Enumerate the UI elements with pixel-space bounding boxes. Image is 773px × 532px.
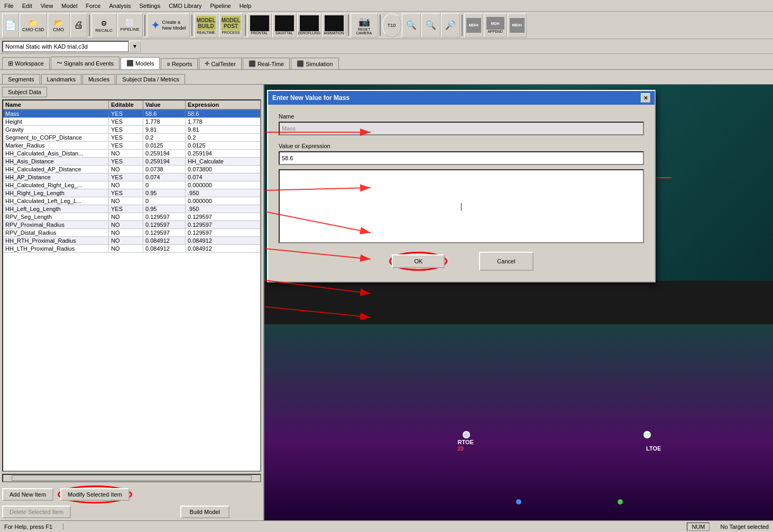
table-cell-editable: YES xyxy=(109,173,143,181)
table-row[interactable]: HH_Right_Leg_Length YES 0.95 .950 xyxy=(3,189,260,197)
help-text: For Help, press F1 xyxy=(4,524,63,530)
add-new-item-button[interactable]: Add New Item xyxy=(2,488,53,501)
table-cell-editable: NO xyxy=(109,166,143,173)
menu-edit[interactable]: Edit xyxy=(18,2,36,10)
print-button[interactable]: 🖨 xyxy=(70,13,87,38)
subtab-subject-data[interactable]: Subject Data / Metrics xyxy=(116,74,185,84)
animation-button[interactable]: ANIMATION xyxy=(322,13,346,38)
menu-cmo-library[interactable]: CMO Library xyxy=(164,2,206,10)
statusbar: For Help, press F1 NUM No Target selecte… xyxy=(0,520,773,532)
table-cell-expression: .950 xyxy=(186,189,260,197)
create-new-model-button[interactable]: ✦ Create aNew Model xyxy=(147,13,190,38)
table-header: Name Editable Value Expression xyxy=(3,100,260,110)
zeroflung-button[interactable]: ZEROFLUNG xyxy=(297,13,321,38)
menu-settings[interactable]: Settings xyxy=(135,2,164,10)
table-cell-expression: 0.073800 xyxy=(186,166,260,173)
table-row[interactable]: Mass YES 58.6 58.6 xyxy=(3,110,260,118)
menu-view[interactable]: View xyxy=(36,2,58,10)
t10-button[interactable]: T10 xyxy=(382,13,401,38)
menu-force[interactable]: Force xyxy=(81,2,105,10)
dialog-close-button[interactable]: ✕ xyxy=(641,93,650,103)
zoom-in-button[interactable]: 🔍 xyxy=(402,13,421,38)
tab-reports[interactable]: ≡ Reports xyxy=(161,58,198,69)
new-file-button[interactable]: 📄 xyxy=(2,13,19,38)
subtab-segments[interactable]: Segments xyxy=(2,74,40,84)
signals-icon: 〜 xyxy=(57,59,62,67)
mdh-append-button[interactable]: MDH APPEND xyxy=(484,13,507,38)
table-row[interactable]: HH_Calculated_AP_Distance NO 0.0738 0.07… xyxy=(3,166,260,173)
mdh2-button[interactable]: MDH xyxy=(508,13,527,38)
table-row[interactable]: Height YES 1.778 1.778 xyxy=(3,118,260,126)
filepath-input[interactable] xyxy=(2,41,129,52)
table-cell-name: HH_AP_Distance xyxy=(3,173,109,181)
menu-pipeline[interactable]: Pipeline xyxy=(206,2,235,10)
table-cell-name: RPV_Proximal_Radius xyxy=(3,221,109,228)
zoom-fit-button[interactable]: 🔎 xyxy=(441,13,460,38)
dialog-value-input[interactable] xyxy=(279,151,644,165)
cmo-c3d-button[interactable]: 📁CMO C3D xyxy=(20,13,47,38)
table-cell-value: 0.2 xyxy=(143,134,186,141)
recalc-button[interactable]: ⚙RECALC xyxy=(91,13,117,38)
table-row[interactable]: HH_LTH_Proximal_Radius NO 0.084912 0.084… xyxy=(3,245,260,253)
menu-model[interactable]: Model xyxy=(57,2,81,10)
table-row[interactable]: HH_Asis_Distance YES 0.259194 HH_Calcula… xyxy=(3,158,260,166)
menubar: File Edit View Model Force Analysis Sett… xyxy=(0,0,773,12)
modify-selected-highlight: Modify Selected Item xyxy=(58,485,132,503)
table-row[interactable]: RPV_Seg_Length NO 0.129597 0.129597 xyxy=(3,213,260,221)
table-cell-name: HH_Asis_Distance xyxy=(3,158,109,165)
table-body: Mass YES 58.6 58.6 Height YES 1.778 1.77… xyxy=(3,110,260,471)
mdh-button[interactable]: MDH xyxy=(464,13,483,38)
table-row[interactable]: RPV_Distal_Radius NO 0.129597 0.129597 xyxy=(3,229,260,237)
table-row[interactable]: HH_RTH_Proximal_Radius NO 0.084912 0.084… xyxy=(3,237,260,245)
table-row[interactable]: Segment_to_COFP_Distance YES 0.2 0.2 xyxy=(3,134,260,142)
table-row[interactable]: HH_AP_Distance YES 0.074 0.074 xyxy=(3,173,260,181)
table-cell-editable: NO xyxy=(109,221,143,228)
zoom-out-button[interactable]: 🔍 xyxy=(421,13,440,38)
cmo-button[interactable]: 📂CMO xyxy=(48,13,70,38)
menu-analysis[interactable]: Analysis xyxy=(105,2,135,10)
menu-file[interactable]: File xyxy=(0,2,18,10)
model-builder-rt-button[interactable]: MODELBUILD REALTIME xyxy=(194,13,218,38)
dialog-textarea-area[interactable]: | xyxy=(279,169,644,243)
table-cell-expression: 0.000000 xyxy=(186,197,260,205)
tab-realtime[interactable]: ⬛ Real-Time xyxy=(243,58,290,69)
table-row[interactable]: HH_Left_Leg_Length YES 0.95 .950 xyxy=(3,205,260,213)
workspace-icon: ⊞ xyxy=(8,60,13,67)
rtoe-label: RTOE 23 xyxy=(458,439,474,452)
modify-selected-button[interactable]: Modify Selected Item xyxy=(60,488,130,501)
subtab-muscles[interactable]: Muscles xyxy=(82,74,115,84)
tab-signals[interactable]: 〜 Signals and Events xyxy=(51,57,119,69)
table-row[interactable]: HH_Calculated_Right_Leg_... NO 0 0.00000… xyxy=(3,181,260,189)
table-cell-name: Segment_to_COFP_Distance xyxy=(3,134,109,141)
table-row[interactable]: Marker_Radius YES 0.0125 0.0125 xyxy=(3,142,260,150)
table-cell-name: HH_Left_Leg_Length xyxy=(3,205,109,213)
table-cell-editable: YES xyxy=(109,110,143,117)
table-row[interactable]: HH_Calculated_Asis_Distan... NO 0.259194… xyxy=(3,150,260,158)
simulation-icon: ⬛ xyxy=(297,60,304,67)
filepath-dropdown-button[interactable]: ▼ xyxy=(129,41,141,52)
table-cell-name: HH_Calculated_AP_Distance xyxy=(3,166,109,173)
reset-camera-button[interactable]: 📷 RESET CAMERA xyxy=(351,13,378,38)
table-row[interactable]: HH_Calculated_Left_Leg_L... NO 0 0.00000… xyxy=(3,197,260,205)
dialog-ok-button[interactable]: OK xyxy=(392,254,445,268)
sagittal-button[interactable]: SAGITTAL xyxy=(272,13,297,38)
tab-simulation[interactable]: ⬛ Simulation xyxy=(291,58,338,69)
toolbar: 📄 📁CMO C3D 📂CMO 🖨 ⚙RECALC ⬜PIPELINE ✦ Cr… xyxy=(0,12,773,39)
tab-workspace[interactable]: ⊞ Workspace xyxy=(2,57,50,69)
dialog-cancel-button[interactable]: Cancel xyxy=(479,252,533,271)
frontal-button[interactable]: FRONTAL xyxy=(247,13,272,38)
dialog-name-input[interactable] xyxy=(279,122,644,135)
right-panel: SACR RIAS LIAS RTOE 23 LTOE Enter New Va… xyxy=(264,85,773,520)
subject-data-tab[interactable]: Subject Data xyxy=(2,87,47,97)
subtab-landmarks[interactable]: Landmarks xyxy=(41,74,81,84)
table-row[interactable]: RPV_Proximal_Radius NO 0.129597 0.129597 xyxy=(3,221,260,229)
tab-models[interactable]: ⬛ Models xyxy=(121,57,160,69)
model-post-button[interactable]: MODELPOST PROCESS xyxy=(219,13,243,38)
pipeline-button[interactable]: ⬜PIPELINE xyxy=(117,13,143,38)
table-row[interactable]: Gravity YES 9.81 9.81 xyxy=(3,126,260,134)
tab-caltester[interactable]: ✛ CalTester xyxy=(199,58,241,69)
table-cell-editable: NO xyxy=(109,237,143,244)
build-model-button[interactable]: Build Model xyxy=(180,506,229,518)
menu-help[interactable]: Help xyxy=(235,2,256,10)
delete-selected-button[interactable]: Delete Selected Item xyxy=(2,506,71,518)
